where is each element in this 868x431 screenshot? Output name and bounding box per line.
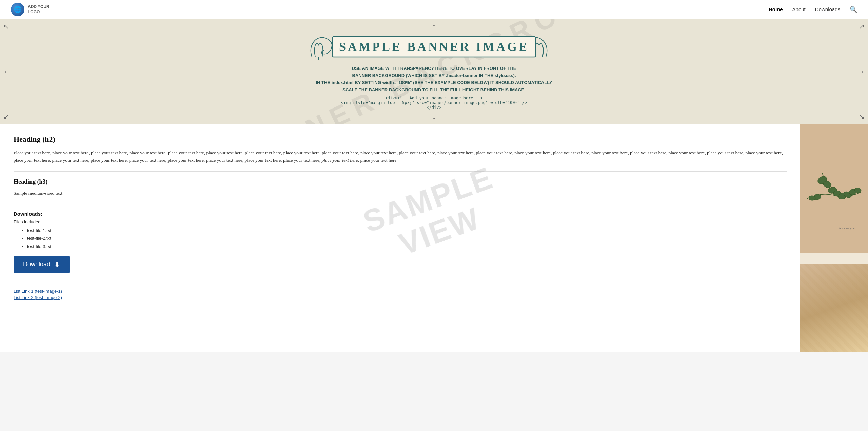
- svg-text:botanical print: botanical print: [839, 227, 856, 230]
- search-icon[interactable]: 🔍: [850, 6, 857, 13]
- medium-text-paragraph: Sample medium-sized text.: [14, 190, 787, 197]
- svg-text:SAMPLE  BANNER  IMAGE: SAMPLE BANNER IMAGE: [339, 40, 529, 54]
- list-item: test-file-1.txt: [27, 227, 787, 234]
- sidebar-image-inner: [800, 264, 868, 352]
- bottom-links-area: List Link 1 (test-image-1) List Link 2 (…: [14, 289, 787, 300]
- section-divider-3: [14, 280, 787, 280]
- files-included-label: Files included:: [14, 219, 787, 224]
- downloads-section-heading: Downloads:: [14, 211, 787, 217]
- list-item: test-file-2.txt: [27, 234, 787, 242]
- section-divider-1: [14, 171, 787, 172]
- bottom-link-2[interactable]: List Link 2 (test-image-2): [14, 295, 787, 300]
- arrow-topright-icon: ↗: [859, 22, 865, 31]
- nav-links: Home About Downloads 🔍: [769, 6, 857, 13]
- arrow-bottomright-icon: ↘: [859, 113, 865, 121]
- sidebar: botanical print: [800, 124, 868, 352]
- main-paragraph: Place your text here, place your text he…: [14, 149, 787, 164]
- banner-scroll-top: SAMPLE BANNER IMAGE: [302, 33, 566, 60]
- navbar: 🌐 ADD YOUR LOGO Home About Downloads 🔍: [0, 0, 868, 19]
- logo-text: ADD YOUR LOGO: [28, 4, 50, 14]
- arrow-right-icon: →: [858, 68, 865, 76]
- arrow-topleft-icon: ↖: [3, 22, 9, 31]
- list-item: test-file-3.txt: [27, 242, 787, 250]
- botanical-svg: botanical print: [800, 124, 868, 253]
- section-divider-2: [14, 204, 787, 204]
- nav-home-link[interactable]: Home: [769, 6, 783, 12]
- arrow-bottomleft-icon: ↙: [3, 113, 9, 121]
- main-wrapper: Heading (h2) Place your text here, place…: [0, 124, 868, 352]
- logo-circle-icon: 🌐: [11, 3, 24, 16]
- banner-content: SAMPLE BANNER IMAGE USE AN IMAGE WITH TR…: [302, 33, 566, 110]
- nav-downloads-link[interactable]: Downloads: [815, 6, 840, 12]
- main-content-area: Heading (h2) Place your text here, place…: [0, 124, 800, 352]
- banner-area: BANNER BACKGROUND ↑ ↓ ← → ↖ ↗ ↙ ↘: [0, 19, 868, 124]
- bottom-link-1[interactable]: List Link 1 (test-image-1): [14, 289, 787, 294]
- logo-area: 🌐 ADD YOUR LOGO: [11, 3, 50, 16]
- banner-instructions: USE AN IMAGE WITH TRANSPARENCY HERE TO O…: [302, 65, 566, 93]
- heading-h3: Heading (h3): [14, 178, 787, 185]
- file-list: test-file-1.txt test-file-2.txt test-fil…: [27, 227, 787, 250]
- download-button[interactable]: Download ⬇: [14, 256, 70, 273]
- banner-code-block: <div><!-- Add your banner image here -->…: [302, 96, 566, 110]
- sidebar-image-2: [800, 264, 868, 352]
- arrow-left-icon: ←: [3, 68, 10, 76]
- heading-h2: Heading (h2): [14, 135, 787, 144]
- sidebar-image-1: botanical print: [800, 124, 868, 253]
- nav-about-link[interactable]: About: [792, 6, 806, 12]
- download-icon: ⬇: [54, 260, 60, 269]
